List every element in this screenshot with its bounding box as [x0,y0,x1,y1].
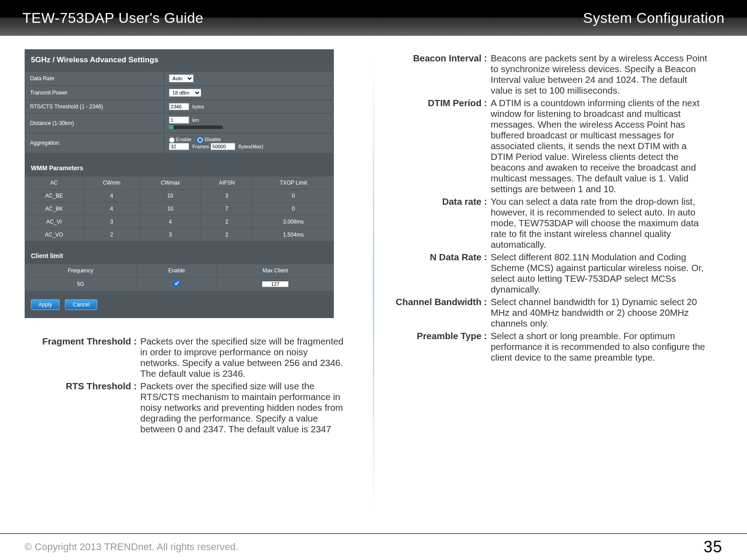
button-row: Apply Cancel [25,291,334,310]
definition-row: N Data RateSelect different 802.11N Modu… [388,252,722,295]
definition-desc: You can select a data rate from the drop… [491,196,722,250]
wmm-cell: 3 [140,228,201,241]
definition-term: Data rate [388,196,491,250]
label-data-rate: Data Rate [26,72,164,85]
wmm-cell: 10 [140,189,201,202]
select-data-rate[interactable]: Auto [169,74,194,82]
label-tx-power: Transmit Power [26,86,164,99]
wmm-row: AC_BK41070 [25,202,334,215]
header-bar: TEW-753DAP User's Guide System Configura… [0,0,747,36]
input-distance[interactable] [169,116,189,124]
wmm-cell: 2 [201,228,253,241]
definition-term: Fragment Threshold [25,336,140,379]
unit-agg-frames: Frames [192,144,209,149]
definition-row: Fragment ThresholdPackets over the speci… [25,336,359,379]
row-tx-power: Transmit Power 18 dBm [26,86,333,99]
wmm-row: AC_VI3423.008ms [25,215,334,228]
wmm-cell: 3 [83,215,140,228]
definition-desc: A DTIM is a countdown informing clients … [491,98,722,194]
wmm-cell: AC_BE [25,189,83,202]
router-settings-panel: 5GHz / Wireless Advanced Settings Data R… [25,49,334,318]
wmm-col-0: AC [25,176,83,189]
wmm-heading: WMM Parameters [25,160,334,176]
wmm-cell: 10 [140,202,201,215]
definition-desc: Select different 802.11N Modulation and … [491,252,722,295]
definition-desc: Select a short or long preamble. For opt… [491,331,722,363]
wmm-col-2: CWmax [140,176,201,189]
definition-row: DTIM PeriodA DTIM is a countdown informi… [388,98,722,194]
cancel-button[interactable]: Cancel [65,299,97,310]
input-agg-frames[interactable] [169,143,189,150]
row-aggregation: Aggregation: Enable Disable Frames Bytes… [26,134,333,153]
wmm-cell: 4 [83,202,140,215]
client-limit-table: Frequency Enable Max Client 5G [25,264,334,291]
label-rts: RTS/CTS Threshold (1 - 2346) [26,100,164,113]
definition-term: RTS Threshold [25,381,140,435]
right-column: Beacon IntervalBeacons are packets sent … [388,49,722,517]
definition-desc: Packets over the specified size will be … [140,336,359,379]
unit-agg-bytes: Bytes(Max) [238,144,263,149]
definition-term: Preamble Type [388,331,491,363]
input-rts[interactable] [169,103,189,110]
wmm-cell: 4 [140,215,201,228]
label-distance: Distance (1-30km) [26,114,164,133]
row-data-rate: Data Rate Auto [26,72,333,85]
definitions-left: Fragment ThresholdPackets over the speci… [25,336,359,435]
wmm-col-4: TXOP Limit [253,176,334,189]
unit-rts: bytes [192,104,204,109]
wmm-cell: 0 [253,202,334,215]
apply-button[interactable]: Apply [31,299,60,310]
client-freq: 5G [25,277,137,291]
radio-aggregation-disable[interactable] [197,137,203,143]
label-aggregation: Aggregation: [26,134,164,153]
wmm-cell: 3 [201,189,253,202]
definition-desc: Select channel bandwidth for 1) Dynamic … [491,297,722,329]
aggregation-enable-label[interactable]: Enable [169,137,191,142]
wmm-row: AC_BE41030 [25,189,334,202]
wmm-row: AC_VO2321.504ms [25,228,334,241]
doc-title: TEW-753DAP User's Guide [22,10,203,26]
wmm-cell: 2 [201,215,253,228]
panel-heading: 5GHz / Wireless Advanced Settings [25,49,334,71]
wmm-cell: 2 [83,228,140,241]
definition-term: Beacon Interval [388,53,491,96]
wmm-cell: AC_VI [25,215,83,228]
client-col-0: Frequency [25,264,137,277]
footer: © Copyright 2013 TRENDnet. All rights re… [0,533,747,560]
radio-aggregation-enable[interactable] [169,137,175,143]
wmm-col-1: CWmin [83,176,140,189]
definition-row: Channel BandwidthSelect channel bandwidt… [388,297,722,329]
definition-row: RTS ThresholdPackets over the specified … [25,381,359,435]
wmm-col-3: AIFSN [201,176,253,189]
page-number: 35 [704,538,722,556]
wmm-cell: 3.008ms [253,215,334,228]
unit-distance: km [192,117,199,123]
wmm-cell: 1.504ms [253,228,334,241]
row-distance: Distance (1-30km) km [26,114,333,133]
wmm-table: AC CWmin CWmax AIFSN TXOP Limit AC_BE410… [25,176,334,241]
select-tx-power[interactable]: 18 dBm [169,89,201,97]
aggregation-disable-label[interactable]: Disable [197,137,221,142]
section-title: System Configuration [583,10,725,26]
definition-desc: Packets over the specified size will use… [140,381,359,435]
definition-term: Channel Bandwidth [388,297,491,329]
row-rts: RTS/CTS Threshold (1 - 2346) bytes [26,100,333,113]
client-max-input[interactable] [262,281,289,287]
definition-row: Beacon IntervalBeacons are packets sent … [388,53,722,96]
advanced-settings-table: Data Rate Auto Transmit Power 18 dBm RTS… [25,71,334,154]
input-agg-bytes[interactable] [211,143,235,150]
client-limit-heading: Client limit [25,248,334,264]
definition-term: DTIM Period [388,98,491,194]
definition-term: N Data Rate [388,252,491,295]
wmm-cell: 0 [253,189,334,202]
wmm-cell: 4 [83,189,140,202]
distance-slider[interactable] [169,125,223,129]
wmm-cell: AC_VO [25,228,83,241]
definitions-right: Beacon IntervalBeacons are packets sent … [388,53,722,363]
wmm-cell: AC_BK [25,202,83,215]
page-body: 5GHz / Wireless Advanced Settings Data R… [0,36,747,517]
client-col-2: Max Client [217,264,334,277]
client-enable-checkbox[interactable] [174,280,180,286]
copyright-text: © Copyright 2013 TRENDnet. All rights re… [25,541,238,553]
left-column: 5GHz / Wireless Advanced Settings Data R… [25,49,359,517]
